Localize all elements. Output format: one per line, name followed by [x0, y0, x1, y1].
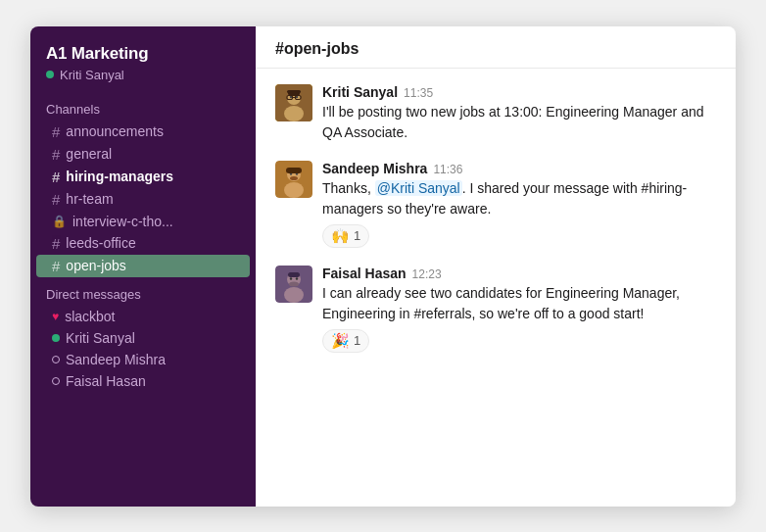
reaction-count: 1 [354, 228, 360, 243]
table-row: Sandeep Mishra 11:36 Thanks, @Kriti Sany… [275, 161, 716, 248]
workspace-name: A1 Marketing [46, 44, 240, 64]
current-user-name: Kriti Sanyal [60, 68, 124, 82]
avatar [275, 84, 312, 121]
workspace-user: Kriti Sanyal [46, 68, 240, 82]
message-time: 11:35 [404, 86, 433, 100]
dm-label: Direct messages [30, 277, 256, 306]
away-dot [52, 377, 60, 385]
active-dot [52, 334, 60, 342]
reaction-count: 1 [354, 333, 360, 348]
hash-icon: # [52, 123, 60, 140]
channel-label: leeds-office [66, 235, 135, 251]
mention: @Kriti Sanyal [375, 180, 462, 196]
hash-icon: # [52, 191, 60, 208]
channel-label: hr-team [66, 191, 113, 207]
svg-point-12 [284, 182, 304, 198]
sidebar-dm-kriti[interactable]: Kriti Sanyal [36, 327, 250, 349]
channel-label: general [66, 146, 112, 162]
table-row: Faisal Hasan 12:23 I can already see two… [275, 266, 716, 353]
svg-rect-16 [286, 168, 302, 173]
hash-icon: # [52, 235, 60, 252]
dm-label: Faisal Hasan [66, 373, 146, 389]
sidebar-dm-sandeep[interactable]: Sandeep Mishra [36, 349, 250, 370]
main-chat: #open-jobs [256, 26, 736, 507]
hash-icon: # [52, 169, 60, 185]
app-window: A1 Marketing Kriti Sanyal Channels # ann… [30, 26, 736, 507]
sender-name: Sandeep Mishra [322, 161, 427, 176]
svg-rect-22 [288, 272, 300, 277]
message-body: Faisal Hasan 12:23 I can already see two… [322, 266, 716, 353]
reaction[interactable]: 🙌 1 [322, 219, 716, 248]
heart-icon: ♥ [52, 310, 59, 323]
svg-rect-6 [287, 90, 301, 93]
hash-icon: # [52, 146, 60, 163]
sender-name: Kriti Sanyal [322, 84, 398, 100]
sidebar-item-hr-team[interactable]: # hr-team [36, 188, 250, 211]
sidebar-dm-faisal[interactable]: Faisal Hasan [36, 370, 250, 392]
message-body: Sandeep Mishra 11:36 Thanks, @Kriti Sany… [322, 161, 716, 248]
reaction[interactable]: 🎉 1 [322, 324, 716, 353]
svg-point-20 [290, 277, 292, 279]
channel-label: interview-c-tho... [72, 214, 173, 229]
sidebar-item-open-jobs[interactable]: # open-jobs [36, 255, 250, 277]
channel-label: open-jobs [66, 258, 126, 273]
message-time: 12:23 [412, 267, 442, 281]
sidebar-item-leeds-office[interactable]: # leeds-office [36, 232, 250, 255]
workspace-header: A1 Marketing Kriti Sanyal [30, 26, 256, 92]
svg-point-15 [290, 176, 298, 180]
chat-header: #open-jobs [256, 26, 736, 69]
table-row: Kriti Sanyal 11:35 I'll be posting two n… [275, 84, 716, 143]
message-text: I'll be posting two new jobs at 13:00: E… [322, 102, 716, 143]
sidebar-item-hiring-managers[interactable]: # hiring-managers [36, 166, 250, 188]
message-body: Kriti Sanyal 11:35 I'll be posting two n… [322, 84, 716, 143]
reaction-emoji: 🙌 [331, 227, 350, 245]
channel-label: hiring-managers [66, 169, 173, 184]
sidebar: A1 Marketing Kriti Sanyal Channels # ann… [30, 26, 256, 507]
svg-point-2 [284, 106, 304, 121]
user-status-dot [46, 71, 54, 78]
reaction-emoji: 🎉 [331, 332, 350, 350]
svg-point-19 [284, 287, 304, 303]
message-text: I can already see two candidates for Eng… [322, 283, 716, 324]
message-header: Kriti Sanyal 11:35 [322, 84, 716, 100]
dm-label: Sandeep Mishra [66, 352, 166, 367]
message-header: Faisal Hasan 12:23 [322, 266, 716, 281]
sender-name: Faisal Hasan [322, 266, 407, 281]
messages-list: Kriti Sanyal 11:35 I'll be posting two n… [256, 69, 736, 507]
sidebar-dm-slackbot[interactable]: ♥ slackbot [36, 306, 250, 327]
lock-icon: 🔒 [52, 215, 67, 228]
sidebar-item-interview[interactable]: 🔒 interview-c-tho... [36, 211, 250, 232]
channels-label: Channels [30, 92, 256, 121]
hash-icon: # [52, 258, 60, 274]
sidebar-item-general[interactable]: # general [36, 143, 250, 166]
away-dot [52, 356, 60, 363]
channel-label: announcements [66, 123, 164, 139]
message-time: 11:36 [433, 163, 462, 176]
svg-point-23 [289, 281, 299, 286]
message-header: Sandeep Mishra 11:36 [322, 161, 716, 176]
avatar [275, 161, 312, 198]
message-text: Thanks, @Kriti Sanyal. I shared your mes… [322, 178, 716, 219]
dm-label: slackbot [65, 309, 115, 324]
avatar [275, 266, 312, 303]
svg-point-21 [296, 277, 298, 279]
dm-label: Kriti Sanyal [66, 330, 135, 346]
sidebar-item-announcements[interactable]: # announcements [36, 121, 250, 143]
